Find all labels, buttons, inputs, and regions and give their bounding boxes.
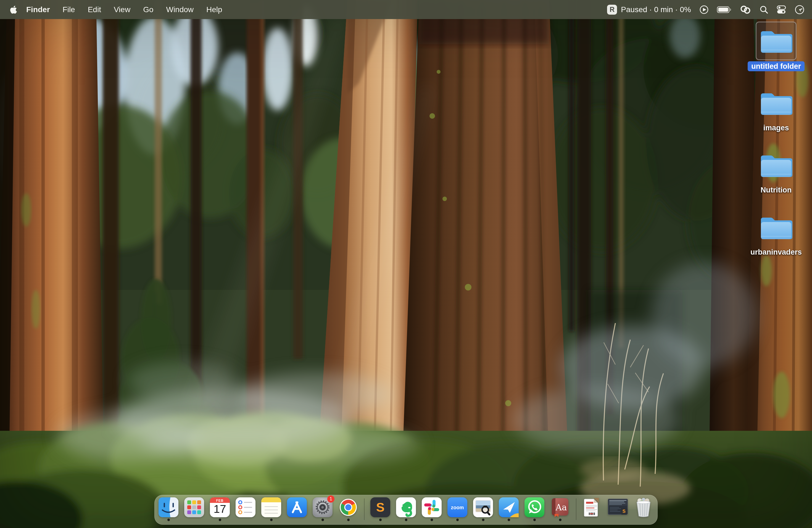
running-indicator xyxy=(533,518,536,521)
desktop-icons-column: untitled folder images xyxy=(747,21,805,270)
apple-menu[interactable] xyxy=(10,5,18,14)
svg-text:zoom: zoom xyxy=(451,505,464,510)
svg-text:Aa: Aa xyxy=(555,502,567,512)
svg-text:FEB: FEB xyxy=(216,499,224,503)
running-indicator xyxy=(270,518,273,521)
menu-bar-status-area: R Paused · 0 min · 0% xyxy=(607,4,805,15)
dock-item-sublime-text[interactable]: S xyxy=(371,497,390,521)
menu-item-edit[interactable]: Edit xyxy=(82,0,107,19)
notification-badge: 1 xyxy=(327,495,334,503)
dock-item-finder[interactable] xyxy=(159,497,178,521)
running-indicator xyxy=(219,518,221,521)
desktop-folder-untitled[interactable]: untitled folder xyxy=(747,21,805,84)
dock-item-trash[interactable] xyxy=(634,497,653,521)
running-indicator xyxy=(347,518,350,521)
battery-icon[interactable] xyxy=(717,6,731,13)
dock-item-spark[interactable] xyxy=(499,497,519,521)
running-indicator xyxy=(168,518,170,521)
app-store-icon xyxy=(287,497,307,517)
desktop-folder-images[interactable]: images xyxy=(747,84,805,146)
dock-item-app-store[interactable] xyxy=(287,497,307,521)
dock-item-whatsapp[interactable] xyxy=(524,497,545,521)
launchpad-icon xyxy=(184,497,204,517)
dock-item-system-settings[interactable]: 1 xyxy=(313,497,333,521)
rescuetime-status[interactable]: R Paused · 0 min · 0% xyxy=(607,5,691,15)
chrome-icon xyxy=(338,497,358,517)
folder-icon-frame xyxy=(756,84,797,122)
folder-icon xyxy=(760,151,793,179)
dock-item-zoom[interactable]: zoom xyxy=(447,497,467,521)
dock-item-pdf-document[interactable] xyxy=(582,497,602,521)
desktop-folder-urbaninvaders[interactable]: urbaninvaders xyxy=(747,208,805,270)
folder-label: images xyxy=(763,123,789,132)
running-indicator xyxy=(559,518,562,521)
forest-wallpaper xyxy=(0,0,812,528)
dock-item-launchpad[interactable] xyxy=(184,497,204,521)
running-indicator xyxy=(405,518,407,521)
folder-icon xyxy=(760,214,793,241)
dock-separator xyxy=(364,498,365,520)
running-indicator xyxy=(379,518,382,521)
running-indicator xyxy=(456,518,459,521)
menu-item-file[interactable]: File xyxy=(56,0,82,19)
slack-icon xyxy=(422,497,441,517)
folder-icon-frame xyxy=(756,208,797,247)
apple-logo-icon xyxy=(10,5,18,14)
evernote-icon xyxy=(396,497,416,517)
menu-item-finder[interactable]: Finder xyxy=(20,0,56,19)
dock-item-evernote[interactable] xyxy=(396,497,416,521)
spark-icon xyxy=(499,497,519,517)
dock-item-notes[interactable] xyxy=(261,497,281,521)
clock-icon[interactable] xyxy=(794,4,805,15)
pdf-document-icon xyxy=(582,497,602,517)
running-indicator xyxy=(508,518,510,521)
link-icon[interactable] xyxy=(740,5,751,14)
menu-item-window[interactable]: Window xyxy=(160,0,200,19)
notes-icon xyxy=(261,497,281,517)
svg-text:S: S xyxy=(623,509,626,514)
dock-item-slack[interactable] xyxy=(422,497,441,521)
dock-item-preview[interactable] xyxy=(473,497,493,521)
folder-selection-box xyxy=(756,21,797,60)
menu-item-view[interactable]: View xyxy=(107,0,137,19)
rescuetime-status-text: Paused · 0 min · 0% xyxy=(621,5,691,14)
folder-label: Nutrition xyxy=(760,186,792,194)
calendar-icon: FEB 17 xyxy=(210,497,230,517)
menu-item-help[interactable]: Help xyxy=(200,0,229,19)
control-center-icon[interactable] xyxy=(777,5,786,14)
folder-icon-frame xyxy=(756,146,797,185)
sublime-window-icon: S xyxy=(608,497,628,517)
svg-text:17: 17 xyxy=(214,503,226,515)
whatsapp-icon xyxy=(524,497,545,517)
reminders-icon xyxy=(236,497,256,517)
menu-bar: Finder File Edit View Go Window Help R P… xyxy=(0,0,812,19)
dock-item-calendar[interactable]: FEB 17 xyxy=(210,497,230,521)
dock-item-dictionary[interactable]: Aa xyxy=(550,497,570,521)
dock-separator xyxy=(576,498,576,520)
trash-icon xyxy=(634,497,653,517)
dock: FEB 17 xyxy=(155,495,657,525)
menu-item-go[interactable]: Go xyxy=(137,0,160,19)
macos-desktop: Finder File Edit View Go Window Help R P… xyxy=(0,0,812,528)
running-indicator xyxy=(431,518,433,521)
dock-item-reminders[interactable] xyxy=(236,497,256,521)
running-indicator xyxy=(321,518,324,521)
settings-icon: 1 xyxy=(313,497,333,517)
dock-item-sublime-window[interactable]: S xyxy=(608,497,628,521)
search-icon[interactable] xyxy=(759,5,768,14)
finder-icon xyxy=(159,497,178,517)
desktop-folder-nutrition[interactable]: Nutrition xyxy=(747,146,805,208)
rescuetime-badge-icon: R xyxy=(607,5,617,15)
folder-label: urbaninvaders xyxy=(750,248,802,256)
running-indicator xyxy=(482,518,484,521)
preview-icon xyxy=(473,497,493,517)
dock-item-chrome[interactable] xyxy=(338,497,358,521)
folder-icon xyxy=(760,27,793,54)
svg-text:S: S xyxy=(376,500,385,514)
play-icon[interactable] xyxy=(699,5,709,14)
dictionary-icon: Aa xyxy=(550,497,570,517)
folder-icon xyxy=(760,89,793,117)
zoom-icon: zoom xyxy=(447,497,467,517)
folder-label: untitled folder xyxy=(748,61,804,71)
sublime-icon: S xyxy=(371,497,390,517)
